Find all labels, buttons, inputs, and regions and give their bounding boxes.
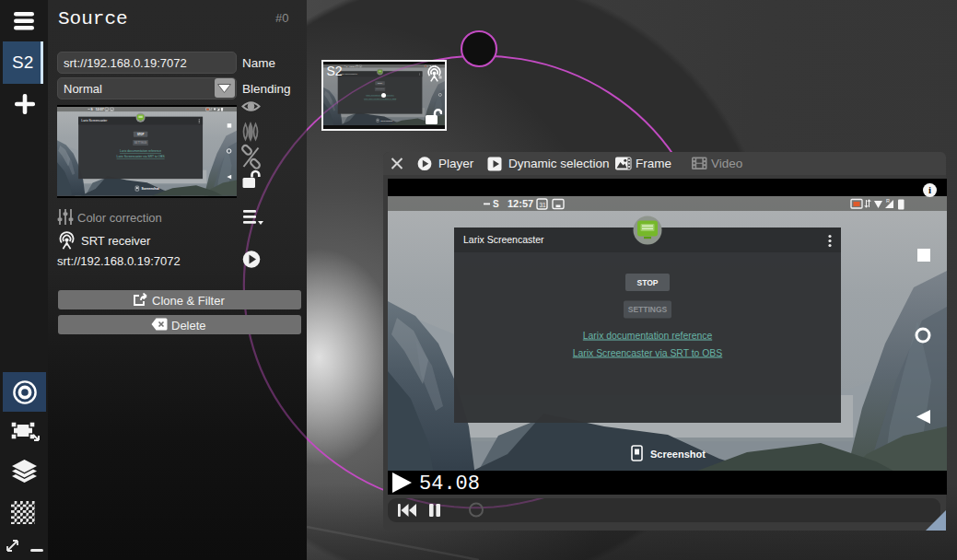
svg-text:Frame: Frame <box>636 157 671 170</box>
svg-text:Video: Video <box>711 157 742 170</box>
svg-text:Dynamic selection: Dynamic selection <box>508 157 610 170</box>
svg-text:Player: Player <box>438 157 474 170</box>
